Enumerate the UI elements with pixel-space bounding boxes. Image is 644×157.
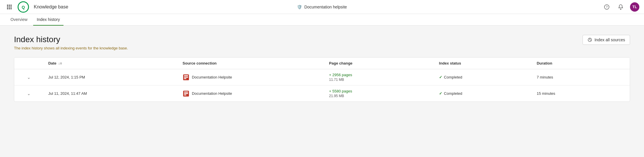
source-badge-2: Documentation Helpsite: [183, 90, 320, 97]
source-icon-1: [183, 74, 190, 81]
date-cell-1: Jul 12, 2024, 1:15 PM: [44, 69, 178, 85]
col-header-expand: [14, 58, 44, 69]
status-cell-1: ✓ Completed: [434, 69, 532, 85]
col-header-date[interactable]: Date ↓≡: [44, 58, 178, 69]
navbar: Q Knowledge base 🛡️ Documentation helpsi…: [0, 0, 644, 14]
helpsite-icon: 🛡️: [297, 5, 302, 9]
svg-rect-16: [184, 77, 188, 78]
check-icon-1: ✓: [439, 75, 442, 79]
svg-rect-0: [7, 5, 8, 6]
page-title-section: Index history The index history shows al…: [14, 35, 128, 50]
page-subtitle: The index history shows all indexing eve…: [14, 46, 128, 50]
expand-cell-2: ⌄: [14, 85, 44, 102]
svg-rect-19: [184, 92, 188, 92]
nav-center-section: 🛡️ Documentation helpsite: [297, 5, 347, 9]
user-avatar[interactable]: TL: [630, 2, 639, 12]
svg-rect-4: [9, 6, 10, 8]
page-change-cell-1: + 2956 pages 11.71 MB: [324, 69, 434, 85]
index-history-table-container: Date ↓≡ Source connection Page change In…: [14, 57, 630, 102]
source-cell-2: Documentation Helpsite: [178, 85, 324, 102]
qlik-logo: Q: [17, 1, 29, 13]
source-name-2: Documentation Helpsite: [192, 91, 232, 96]
page-change-size-2: 21.95 MB: [329, 94, 430, 98]
main-content: Index history The index history shows al…: [0, 26, 644, 157]
col-header-duration: Duration: [532, 58, 630, 69]
col-header-source: Source connection: [178, 58, 324, 69]
table-header-row: Date ↓≡ Source connection Page change In…: [14, 58, 630, 69]
index-icon: [588, 38, 592, 42]
notifications-icon[interactable]: [616, 2, 625, 12]
duration-cell-2: 15 minutes: [532, 85, 630, 102]
page-title: Index history: [14, 35, 128, 44]
index-all-sources-button[interactable]: Index all sources: [583, 35, 630, 45]
status-cell-2: ✓ Completed: [434, 85, 532, 102]
grid-menu-icon[interactable]: [5, 2, 14, 12]
svg-rect-20: [184, 93, 188, 94]
svg-rect-2: [10, 5, 12, 6]
svg-rect-15: [184, 75, 188, 76]
page-header: Index history The index history shows al…: [14, 35, 630, 50]
svg-text:?: ?: [606, 5, 608, 9]
page-change-count-2: + 5580 pages: [329, 89, 430, 93]
source-cell-1: Documentation Helpsite: [178, 69, 324, 85]
page-change-count-1: + 2956 pages: [329, 73, 430, 77]
source-icon-2: [183, 90, 190, 97]
source-badge-1: Documentation Helpsite: [183, 74, 320, 81]
helpsite-label: Documentation helpsite: [304, 5, 347, 9]
app-title: Knowledge base: [34, 4, 68, 10]
svg-rect-17: [184, 78, 186, 79]
index-all-label: Index all sources: [595, 38, 625, 42]
index-history-table: Date ↓≡ Source connection Page change In…: [14, 58, 630, 101]
status-label-2: Completed: [444, 91, 462, 96]
svg-rect-6: [7, 8, 8, 9]
expand-cell-1: ⌄: [14, 69, 44, 85]
table-row: ⌄ Jul 12, 2024, 1:15 PM: [14, 69, 630, 85]
svg-rect-21: [184, 94, 186, 95]
subnav-item-overview[interactable]: Overview: [7, 14, 31, 26]
col-header-status: Index status: [434, 58, 532, 69]
source-name-1: Documentation Helpsite: [192, 75, 232, 79]
svg-rect-3: [7, 6, 8, 8]
status-label-1: Completed: [444, 75, 462, 79]
svg-rect-5: [10, 6, 12, 8]
col-date-label: Date: [48, 61, 56, 65]
expand-button-1[interactable]: ⌄: [27, 75, 31, 80]
svg-rect-7: [9, 8, 10, 9]
svg-text:Q: Q: [22, 5, 25, 10]
status-badge-1: ✓ Completed: [439, 75, 528, 79]
svg-rect-8: [10, 8, 12, 9]
svg-rect-1: [9, 5, 10, 6]
help-icon[interactable]: ?: [602, 2, 611, 12]
col-header-pagechange: Page change: [324, 58, 434, 69]
expand-button-2[interactable]: ⌄: [27, 91, 31, 96]
sort-icon: ↓≡: [58, 61, 62, 65]
subnav: Overview Index history: [0, 14, 644, 26]
subnav-item-index-history[interactable]: Index history: [33, 14, 63, 26]
table-row: ⌄ Jul 11, 2024, 11:47 AM: [14, 85, 630, 102]
status-badge-2: ✓ Completed: [439, 91, 528, 96]
page-change-cell-2: + 5580 pages 21.95 MB: [324, 85, 434, 102]
page-change-size-1: 11.71 MB: [329, 78, 430, 82]
duration-cell-1: 7 minutes: [532, 69, 630, 85]
date-cell-2: Jul 11, 2024, 11:47 AM: [44, 85, 178, 102]
check-icon-2: ✓: [439, 91, 442, 96]
nav-right-actions: ? TL: [602, 2, 639, 12]
